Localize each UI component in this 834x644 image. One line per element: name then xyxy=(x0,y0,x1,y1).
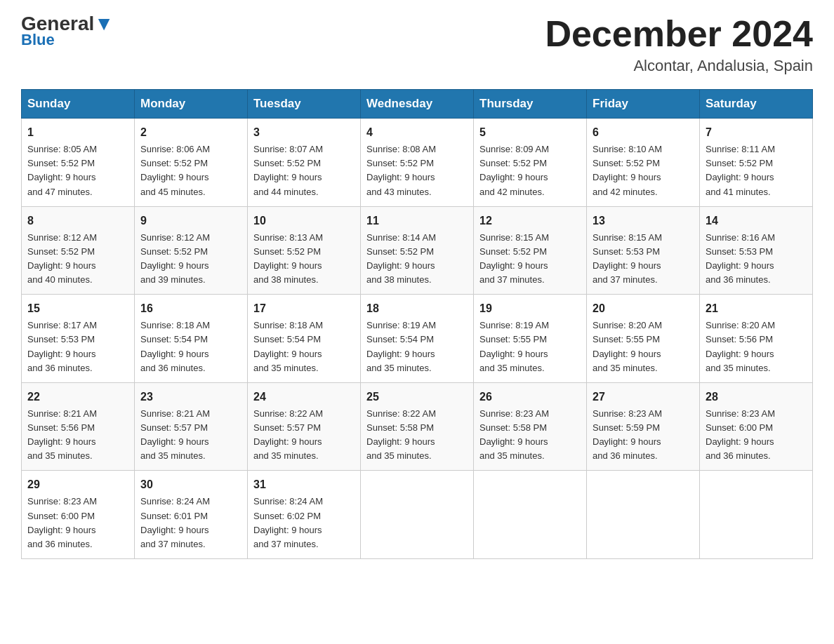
day-number: 2 xyxy=(140,124,241,141)
day-number: 6 xyxy=(593,124,694,141)
table-row: 7Sunrise: 8:11 AMSunset: 5:52 PMDaylight… xyxy=(700,119,813,207)
table-row xyxy=(700,471,813,559)
table-row: 4Sunrise: 8:08 AMSunset: 5:52 PMDaylight… xyxy=(361,119,474,207)
day-info: Sunrise: 8:21 AMSunset: 5:57 PMDaylight:… xyxy=(140,407,241,464)
day-info: Sunrise: 8:20 AMSunset: 5:55 PMDaylight:… xyxy=(593,318,694,375)
table-row: 25Sunrise: 8:22 AMSunset: 5:58 PMDayligh… xyxy=(361,382,474,471)
day-number: 8 xyxy=(27,213,128,229)
table-row: 20Sunrise: 8:20 AMSunset: 5:55 PMDayligh… xyxy=(587,295,700,383)
calendar-week-row: 29Sunrise: 8:23 AMSunset: 6:00 PMDayligh… xyxy=(22,471,813,559)
day-number: 12 xyxy=(479,213,581,229)
day-number: 7 xyxy=(706,124,807,141)
day-info: Sunrise: 8:23 AMSunset: 6:00 PMDaylight:… xyxy=(27,495,128,551)
day-info: Sunrise: 8:17 AMSunset: 5:53 PMDaylight:… xyxy=(27,318,128,375)
day-number: 16 xyxy=(140,300,241,317)
calendar-title: December 2024 xyxy=(545,14,813,54)
day-info: Sunrise: 8:22 AMSunset: 5:58 PMDaylight:… xyxy=(366,407,468,464)
table-row: 2Sunrise: 8:06 AMSunset: 5:52 PMDaylight… xyxy=(135,119,248,207)
day-info: Sunrise: 8:19 AMSunset: 5:54 PMDaylight:… xyxy=(366,318,468,375)
table-row xyxy=(587,471,700,559)
table-row: 18Sunrise: 8:19 AMSunset: 5:54 PMDayligh… xyxy=(361,295,474,383)
day-info: Sunrise: 8:18 AMSunset: 5:54 PMDaylight:… xyxy=(140,318,241,375)
day-info: Sunrise: 8:24 AMSunset: 6:01 PMDaylight:… xyxy=(140,495,241,551)
calendar-week-row: 15Sunrise: 8:17 AMSunset: 5:53 PMDayligh… xyxy=(22,295,813,383)
day-number: 25 xyxy=(366,389,468,405)
table-row: 24Sunrise: 8:22 AMSunset: 5:57 PMDayligh… xyxy=(248,382,361,471)
day-number: 29 xyxy=(27,476,128,493)
col-wednesday: Wednesday xyxy=(361,90,474,119)
title-area: December 2024 Alcontar, Andalusia, Spain xyxy=(545,14,813,75)
day-number: 28 xyxy=(706,389,807,405)
day-number: 9 xyxy=(140,213,241,229)
day-number: 13 xyxy=(593,213,694,229)
table-row: 26Sunrise: 8:23 AMSunset: 5:58 PMDayligh… xyxy=(474,382,587,471)
table-row: 16Sunrise: 8:18 AMSunset: 5:54 PMDayligh… xyxy=(135,295,248,383)
day-info: Sunrise: 8:21 AMSunset: 5:56 PMDaylight:… xyxy=(27,407,128,464)
col-saturday: Saturday xyxy=(700,90,813,119)
day-info: Sunrise: 8:12 AMSunset: 5:52 PMDaylight:… xyxy=(27,231,128,288)
day-number: 31 xyxy=(253,476,355,493)
day-info: Sunrise: 8:12 AMSunset: 5:52 PMDaylight:… xyxy=(140,231,241,288)
table-row: 28Sunrise: 8:23 AMSunset: 6:00 PMDayligh… xyxy=(700,382,813,471)
day-info: Sunrise: 8:14 AMSunset: 5:52 PMDaylight:… xyxy=(366,231,468,288)
calendar-table: Sunday Monday Tuesday Wednesday Thursday… xyxy=(21,89,813,559)
table-row: 29Sunrise: 8:23 AMSunset: 6:00 PMDayligh… xyxy=(22,471,135,559)
day-info: Sunrise: 8:22 AMSunset: 5:57 PMDaylight:… xyxy=(253,407,355,464)
calendar-subtitle: Alcontar, Andalusia, Spain xyxy=(545,57,813,75)
day-number: 14 xyxy=(706,213,807,229)
day-number: 5 xyxy=(479,124,581,141)
day-number: 26 xyxy=(479,389,581,405)
table-row: 10Sunrise: 8:13 AMSunset: 5:52 PMDayligh… xyxy=(248,206,361,295)
day-info: Sunrise: 8:16 AMSunset: 5:53 PMDaylight:… xyxy=(706,231,807,288)
table-row: 27Sunrise: 8:23 AMSunset: 5:59 PMDayligh… xyxy=(587,382,700,471)
day-number: 27 xyxy=(593,389,694,405)
calendar-week-row: 22Sunrise: 8:21 AMSunset: 5:56 PMDayligh… xyxy=(22,382,813,471)
col-sunday: Sunday xyxy=(22,90,135,119)
day-number: 19 xyxy=(479,300,581,317)
day-info: Sunrise: 8:23 AMSunset: 5:59 PMDaylight:… xyxy=(593,407,694,464)
calendar-header-row: Sunday Monday Tuesday Wednesday Thursday… xyxy=(22,90,813,119)
table-row: 15Sunrise: 8:17 AMSunset: 5:53 PMDayligh… xyxy=(22,295,135,383)
day-number: 23 xyxy=(140,389,241,405)
col-friday: Friday xyxy=(587,90,700,119)
day-info: Sunrise: 8:10 AMSunset: 5:52 PMDaylight:… xyxy=(593,142,694,199)
table-row: 12Sunrise: 8:15 AMSunset: 5:52 PMDayligh… xyxy=(474,206,587,295)
day-info: Sunrise: 8:23 AMSunset: 5:58 PMDaylight:… xyxy=(479,407,581,464)
day-info: Sunrise: 8:23 AMSunset: 6:00 PMDaylight:… xyxy=(706,407,807,464)
table-row: 1Sunrise: 8:05 AMSunset: 5:52 PMDaylight… xyxy=(22,119,135,207)
day-info: Sunrise: 8:19 AMSunset: 5:55 PMDaylight:… xyxy=(479,318,581,375)
table-row: 3Sunrise: 8:07 AMSunset: 5:52 PMDaylight… xyxy=(248,119,361,207)
day-number: 18 xyxy=(366,300,468,317)
table-row: 22Sunrise: 8:21 AMSunset: 5:56 PMDayligh… xyxy=(22,382,135,471)
day-number: 24 xyxy=(253,389,355,405)
table-row: 14Sunrise: 8:16 AMSunset: 5:53 PMDayligh… xyxy=(700,206,813,295)
table-row: 30Sunrise: 8:24 AMSunset: 6:01 PMDayligh… xyxy=(135,471,248,559)
table-row: 17Sunrise: 8:18 AMSunset: 5:54 PMDayligh… xyxy=(248,295,361,383)
day-info: Sunrise: 8:07 AMSunset: 5:52 PMDaylight:… xyxy=(253,142,355,199)
table-row xyxy=(361,471,474,559)
day-number: 30 xyxy=(140,476,241,493)
table-row: 11Sunrise: 8:14 AMSunset: 5:52 PMDayligh… xyxy=(361,206,474,295)
day-info: Sunrise: 8:06 AMSunset: 5:52 PMDaylight:… xyxy=(140,142,241,199)
day-info: Sunrise: 8:09 AMSunset: 5:52 PMDaylight:… xyxy=(479,142,581,199)
day-number: 15 xyxy=(27,300,128,317)
day-info: Sunrise: 8:18 AMSunset: 5:54 PMDaylight:… xyxy=(253,318,355,375)
calendar-week-row: 1Sunrise: 8:05 AMSunset: 5:52 PMDaylight… xyxy=(22,119,813,207)
day-number: 17 xyxy=(253,300,355,317)
table-row: 31Sunrise: 8:24 AMSunset: 6:02 PMDayligh… xyxy=(248,471,361,559)
day-info: Sunrise: 8:08 AMSunset: 5:52 PMDaylight:… xyxy=(366,142,468,199)
day-number: 3 xyxy=(253,124,355,141)
day-number: 4 xyxy=(366,124,468,141)
logo-blue: Blue xyxy=(21,31,55,49)
table-row: 6Sunrise: 8:10 AMSunset: 5:52 PMDaylight… xyxy=(587,119,700,207)
col-thursday: Thursday xyxy=(474,90,587,119)
calendar-week-row: 8Sunrise: 8:12 AMSunset: 5:52 PMDaylight… xyxy=(22,206,813,295)
table-row: 19Sunrise: 8:19 AMSunset: 5:55 PMDayligh… xyxy=(474,295,587,383)
col-tuesday: Tuesday xyxy=(248,90,361,119)
table-row: 8Sunrise: 8:12 AMSunset: 5:52 PMDaylight… xyxy=(22,206,135,295)
day-info: Sunrise: 8:24 AMSunset: 6:02 PMDaylight:… xyxy=(253,495,355,551)
day-number: 21 xyxy=(706,300,807,317)
day-number: 1 xyxy=(27,124,128,141)
day-number: 22 xyxy=(27,389,128,405)
day-info: Sunrise: 8:15 AMSunset: 5:52 PMDaylight:… xyxy=(479,231,581,288)
